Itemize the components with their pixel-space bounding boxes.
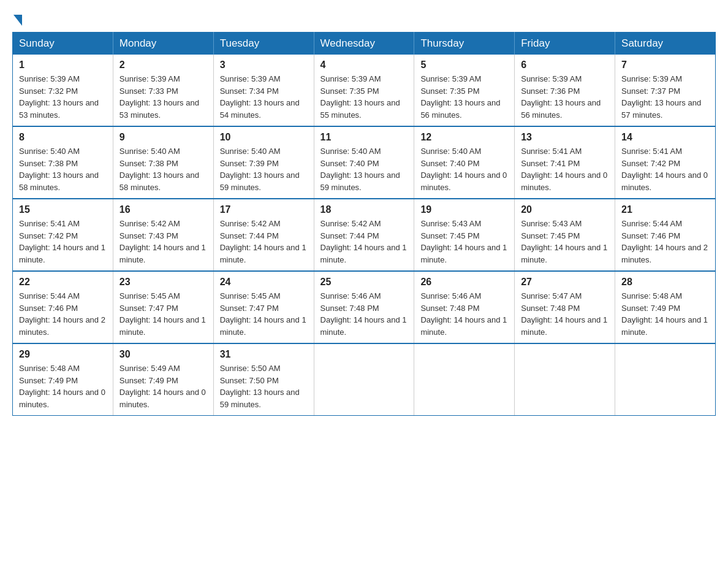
calendar-day-cell: 16 Sunrise: 5:42 AMSunset: 7:43 PMDaylig… — [113, 199, 213, 271]
day-info: Sunrise: 5:39 AMSunset: 7:36 PMDaylight:… — [521, 74, 601, 120]
calendar-header-friday: Friday — [515, 33, 615, 55]
calendar-day-cell: 24 Sunrise: 5:45 AMSunset: 7:47 PMDaylig… — [213, 271, 314, 343]
day-number: 13 — [521, 132, 609, 143]
calendar-header-saturday: Saturday — [615, 33, 716, 55]
calendar-day-cell — [414, 343, 515, 416]
day-number: 23 — [119, 277, 207, 288]
day-number: 10 — [220, 132, 308, 143]
logo — [12, 12, 22, 26]
day-info: Sunrise: 5:48 AMSunset: 7:49 PMDaylight:… — [621, 291, 708, 337]
day-info: Sunrise: 5:39 AMSunset: 7:37 PMDaylight:… — [621, 74, 701, 120]
day-info: Sunrise: 5:42 AMSunset: 7:44 PMDaylight:… — [220, 219, 306, 264]
calendar-day-cell: 19 Sunrise: 5:43 AMSunset: 7:45 PMDaylig… — [414, 199, 515, 271]
calendar-day-cell: 29 Sunrise: 5:48 AMSunset: 7:49 PMDaylig… — [13, 343, 113, 416]
calendar-day-cell: 7 Sunrise: 5:39 AMSunset: 7:37 PMDayligh… — [615, 55, 716, 126]
day-info: Sunrise: 5:42 AMSunset: 7:44 PMDaylight:… — [320, 219, 407, 264]
calendar-table: SundayMondayTuesdayWednesdayThursdayFrid… — [12, 32, 716, 416]
calendar-day-cell: 10 Sunrise: 5:40 AMSunset: 7:39 PMDaylig… — [213, 126, 314, 199]
day-info: Sunrise: 5:40 AMSunset: 7:40 PMDaylight:… — [320, 147, 400, 192]
day-number: 19 — [420, 204, 508, 215]
calendar-body: 1 Sunrise: 5:39 AMSunset: 7:32 PMDayligh… — [13, 55, 716, 416]
calendar-day-cell: 15 Sunrise: 5:41 AMSunset: 7:42 PMDaylig… — [13, 199, 113, 271]
calendar-day-cell: 26 Sunrise: 5:46 AMSunset: 7:48 PMDaylig… — [414, 271, 515, 343]
logo-arrow-icon — [13, 15, 22, 26]
day-info: Sunrise: 5:40 AMSunset: 7:38 PMDaylight:… — [119, 147, 199, 192]
calendar-header-thursday: Thursday — [414, 33, 515, 55]
calendar-day-cell: 18 Sunrise: 5:42 AMSunset: 7:44 PMDaylig… — [314, 199, 414, 271]
calendar-day-cell: 31 Sunrise: 5:50 AMSunset: 7:50 PMDaylig… — [213, 343, 314, 416]
day-number: 7 — [621, 59, 709, 71]
day-info: Sunrise: 5:39 AMSunset: 7:32 PMDaylight:… — [19, 74, 99, 120]
day-info: Sunrise: 5:40 AMSunset: 7:39 PMDaylight:… — [220, 147, 300, 192]
calendar-day-cell: 9 Sunrise: 5:40 AMSunset: 7:38 PMDayligh… — [113, 126, 213, 199]
day-info: Sunrise: 5:39 AMSunset: 7:33 PMDaylight:… — [119, 74, 199, 120]
day-info: Sunrise: 5:44 AMSunset: 7:46 PMDaylight:… — [621, 219, 708, 264]
day-info: Sunrise: 5:43 AMSunset: 7:45 PMDaylight:… — [420, 219, 507, 264]
calendar-day-cell: 3 Sunrise: 5:39 AMSunset: 7:34 PMDayligh… — [213, 55, 314, 126]
day-info: Sunrise: 5:47 AMSunset: 7:48 PMDaylight:… — [521, 291, 607, 337]
day-info: Sunrise: 5:48 AMSunset: 7:49 PMDaylight:… — [19, 364, 105, 409]
day-number: 22 — [19, 277, 107, 288]
calendar-day-cell: 21 Sunrise: 5:44 AMSunset: 7:46 PMDaylig… — [615, 199, 716, 271]
day-number: 27 — [521, 277, 609, 288]
day-number: 26 — [420, 277, 508, 288]
calendar-day-cell — [515, 343, 615, 416]
day-number: 9 — [119, 132, 207, 143]
day-number: 25 — [320, 277, 408, 288]
calendar-day-cell: 2 Sunrise: 5:39 AMSunset: 7:33 PMDayligh… — [113, 55, 213, 126]
calendar-header-wednesday: Wednesday — [314, 33, 414, 55]
day-info: Sunrise: 5:45 AMSunset: 7:47 PMDaylight:… — [220, 291, 306, 337]
day-number: 29 — [19, 349, 107, 360]
day-info: Sunrise: 5:42 AMSunset: 7:43 PMDaylight:… — [119, 219, 206, 264]
page-header — [12, 12, 716, 26]
calendar-day-cell: 27 Sunrise: 5:47 AMSunset: 7:48 PMDaylig… — [515, 271, 615, 343]
day-number: 17 — [220, 204, 308, 215]
calendar-day-cell: 25 Sunrise: 5:46 AMSunset: 7:48 PMDaylig… — [314, 271, 414, 343]
day-number: 30 — [119, 349, 207, 360]
calendar-day-cell: 17 Sunrise: 5:42 AMSunset: 7:44 PMDaylig… — [213, 199, 314, 271]
calendar-day-cell — [314, 343, 414, 416]
calendar-header-monday: Monday — [113, 33, 213, 55]
day-info: Sunrise: 5:41 AMSunset: 7:42 PMDaylight:… — [19, 219, 105, 264]
day-number: 16 — [119, 204, 207, 215]
day-info: Sunrise: 5:50 AMSunset: 7:50 PMDaylight:… — [220, 364, 300, 409]
calendar-day-cell: 6 Sunrise: 5:39 AMSunset: 7:36 PMDayligh… — [515, 55, 615, 126]
calendar-day-cell: 20 Sunrise: 5:43 AMSunset: 7:45 PMDaylig… — [515, 199, 615, 271]
calendar-day-cell — [615, 343, 716, 416]
calendar-week-row: 1 Sunrise: 5:39 AMSunset: 7:32 PMDayligh… — [13, 55, 716, 126]
day-info: Sunrise: 5:39 AMSunset: 7:35 PMDaylight:… — [420, 74, 500, 120]
day-info: Sunrise: 5:40 AMSunset: 7:38 PMDaylight:… — [19, 147, 99, 192]
day-number: 2 — [119, 59, 207, 71]
day-number: 12 — [420, 132, 508, 143]
day-number: 15 — [19, 204, 107, 215]
day-number: 31 — [220, 349, 308, 360]
calendar-week-row: 22 Sunrise: 5:44 AMSunset: 7:46 PMDaylig… — [13, 271, 716, 343]
day-number: 1 — [19, 59, 107, 71]
day-number: 4 — [320, 59, 408, 71]
day-info: Sunrise: 5:41 AMSunset: 7:41 PMDaylight:… — [521, 147, 607, 192]
calendar-day-cell: 28 Sunrise: 5:48 AMSunset: 7:49 PMDaylig… — [615, 271, 716, 343]
day-number: 6 — [521, 59, 609, 71]
calendar-day-cell: 8 Sunrise: 5:40 AMSunset: 7:38 PMDayligh… — [13, 126, 113, 199]
calendar-week-row: 8 Sunrise: 5:40 AMSunset: 7:38 PMDayligh… — [13, 126, 716, 199]
day-number: 24 — [220, 277, 308, 288]
day-info: Sunrise: 5:40 AMSunset: 7:40 PMDaylight:… — [420, 147, 507, 192]
day-info: Sunrise: 5:39 AMSunset: 7:35 PMDaylight:… — [320, 74, 400, 120]
day-info: Sunrise: 5:44 AMSunset: 7:46 PMDaylight:… — [19, 291, 105, 337]
calendar-header-tuesday: Tuesday — [213, 33, 314, 55]
calendar-day-cell: 5 Sunrise: 5:39 AMSunset: 7:35 PMDayligh… — [414, 55, 515, 126]
calendar-day-cell: 23 Sunrise: 5:45 AMSunset: 7:47 PMDaylig… — [113, 271, 213, 343]
day-number: 11 — [320, 132, 408, 143]
day-number: 20 — [521, 204, 609, 215]
calendar-day-cell: 14 Sunrise: 5:41 AMSunset: 7:42 PMDaylig… — [615, 126, 716, 199]
day-number: 18 — [320, 204, 408, 215]
day-number: 8 — [19, 132, 107, 143]
calendar-day-cell: 13 Sunrise: 5:41 AMSunset: 7:41 PMDaylig… — [515, 126, 615, 199]
calendar-header-row: SundayMondayTuesdayWednesdayThursdayFrid… — [13, 33, 716, 55]
calendar-day-cell: 12 Sunrise: 5:40 AMSunset: 7:40 PMDaylig… — [414, 126, 515, 199]
day-info: Sunrise: 5:46 AMSunset: 7:48 PMDaylight:… — [420, 291, 507, 337]
day-number: 3 — [220, 59, 308, 71]
calendar-week-row: 15 Sunrise: 5:41 AMSunset: 7:42 PMDaylig… — [13, 199, 716, 271]
day-info: Sunrise: 5:41 AMSunset: 7:42 PMDaylight:… — [621, 147, 708, 192]
calendar-week-row: 29 Sunrise: 5:48 AMSunset: 7:49 PMDaylig… — [13, 343, 716, 416]
